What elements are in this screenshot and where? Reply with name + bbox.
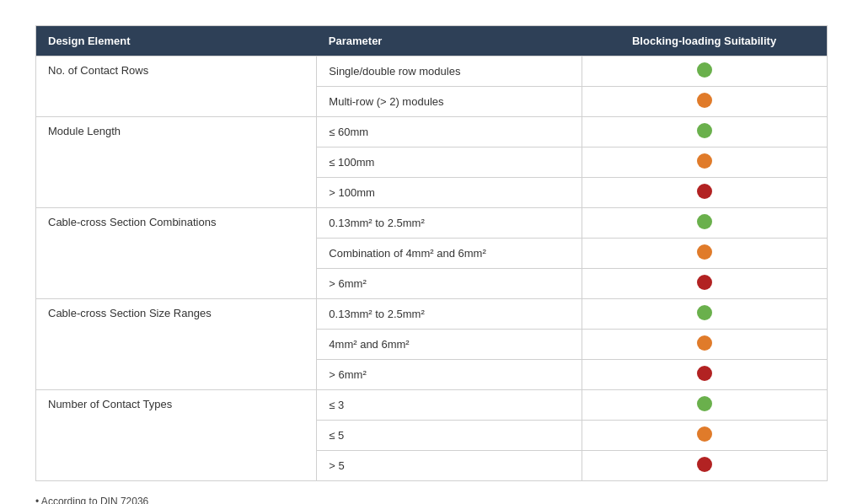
header-suitability: Blocking-loading Suitability (582, 26, 827, 56)
indicator-cell (582, 178, 827, 208)
green-dot-icon (697, 396, 712, 411)
main-container: Design Element Parameter Blocking-loadin… (35, 25, 828, 504)
footnote-1: • According to DIN 72036 (35, 493, 828, 504)
parameter-cell: ≤ 3 (317, 390, 582, 421)
indicator-cell (582, 269, 827, 299)
green-dot-icon (697, 123, 712, 138)
design-element-cell: Cable-cross Section Size Ranges (36, 299, 317, 390)
header-design-element: Design Element (36, 26, 317, 56)
parameter-cell: Multi-row (> 2) modules (317, 87, 582, 117)
parameter-cell: 0.13mm² to 2.5mm² (317, 208, 582, 239)
orange-dot-icon (697, 93, 712, 108)
indicator-cell (582, 360, 827, 390)
design-element-cell: No. of Contact Rows (36, 56, 317, 117)
suitability-table: Design Element Parameter Blocking-loadin… (35, 25, 828, 481)
parameter-cell: > 5 (317, 451, 582, 481)
design-element-cell: Module Length (36, 117, 317, 208)
green-dot-icon (697, 214, 712, 229)
indicator-cell (582, 330, 827, 360)
parameter-cell: ≤ 100mm (317, 147, 582, 178)
indicator-cell (582, 451, 827, 481)
indicator-cell (582, 56, 827, 87)
footnotes: • According to DIN 72036• *DIN 720 speci… (35, 493, 828, 504)
red-dot-icon (697, 184, 712, 199)
red-dot-icon (697, 275, 712, 290)
parameter-cell: Combination of 4mm² and 6mm² (317, 239, 582, 269)
indicator-cell (582, 239, 827, 269)
indicator-cell (582, 117, 827, 147)
parameter-cell: 0.13mm² to 2.5mm² (317, 299, 582, 330)
parameter-cell: > 6mm² (317, 360, 582, 390)
indicator-cell (582, 421, 827, 451)
indicator-cell (582, 390, 827, 421)
indicator-cell (582, 299, 827, 330)
design-element-cell: Cable-cross Section Combinations (36, 208, 317, 299)
parameter-cell: > 6mm² (317, 269, 582, 299)
indicator-cell (582, 208, 827, 239)
parameter-cell: 4mm² and 6mm² (317, 330, 582, 360)
green-dot-icon (697, 305, 712, 320)
indicator-cell (582, 147, 827, 178)
parameter-cell: Single/double row modules (317, 56, 582, 87)
orange-dot-icon (697, 335, 712, 351)
orange-dot-icon (697, 426, 712, 442)
design-element-cell: Number of Contact Types (36, 390, 317, 481)
orange-dot-icon (697, 244, 712, 260)
parameter-cell: > 100mm (317, 178, 582, 208)
green-dot-icon (697, 62, 712, 78)
parameter-cell: ≤ 5 (317, 421, 582, 451)
red-dot-icon (697, 457, 712, 472)
header-parameter: Parameter (317, 26, 582, 56)
red-dot-icon (697, 366, 712, 381)
parameter-cell: ≤ 60mm (317, 117, 582, 147)
orange-dot-icon (697, 153, 712, 169)
indicator-cell (582, 87, 827, 117)
